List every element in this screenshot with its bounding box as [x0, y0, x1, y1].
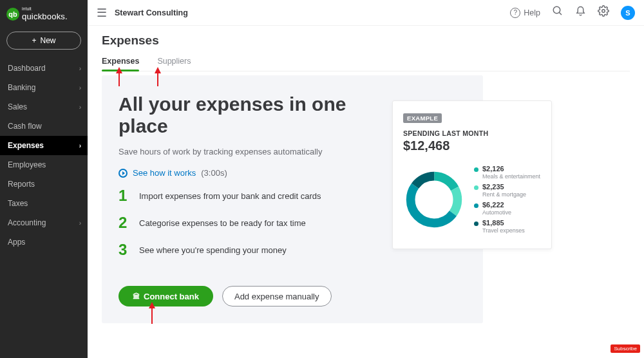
- sidebar-item-label: Sales: [8, 102, 27, 111]
- sidebar-item-banking[interactable]: Banking›: [0, 78, 88, 97]
- avatar[interactable]: S: [621, 6, 635, 20]
- legend-item: $2,235Rent & mortgage: [474, 183, 540, 198]
- hero-headline: All your expenses in one place: [118, 93, 350, 137]
- legend: $2,126Meals & entertainment$2,235Rent & …: [474, 162, 540, 237]
- legend-dot-icon: [474, 185, 478, 190]
- sidebar-item-label: Dashboard: [8, 64, 46, 73]
- sidebar-item-label: Employees: [8, 160, 46, 169]
- chevron-right-icon: ›: [79, 84, 81, 91]
- new-button[interactable]: + New: [6, 32, 81, 50]
- card-value: $12,468: [403, 138, 541, 153]
- sidebar-item-label: Banking: [8, 83, 35, 92]
- play-icon[interactable]: [118, 169, 128, 178]
- step-text: Import expenses from your bank and credi…: [139, 191, 321, 201]
- step-number: 2: [118, 214, 128, 232]
- annotation-arrow-icon: [118, 73, 120, 86]
- gear-icon[interactable]: [598, 5, 609, 20]
- legend-value: $6,222: [482, 201, 511, 209]
- help-icon: ?: [510, 8, 520, 18]
- sidebar-item-employees[interactable]: Employees: [0, 155, 88, 174]
- sidebar-item-sales[interactable]: Sales›: [0, 97, 88, 117]
- sidebar-item-dashboard[interactable]: Dashboard›: [0, 59, 88, 78]
- svg-line-1: [559, 12, 562, 15]
- page-title: Expenses: [102, 33, 630, 48]
- sidebar-item-expenses[interactable]: Expenses›: [0, 136, 88, 155]
- step-text: Categorise expenses to be ready for tax …: [139, 218, 306, 228]
- tabs: ExpensesSuppliers: [102, 57, 630, 71]
- donut-chart: [403, 169, 465, 231]
- legend-caption: Travel expenses: [482, 227, 525, 234]
- legend-value: $2,235: [482, 183, 526, 191]
- sidebar-item-label: Accounting: [8, 218, 46, 227]
- sidebar: qb intuit quickbooks. + New Dashboard›Ba…: [0, 0, 88, 358]
- annotation-arrow-icon: [149, 302, 155, 308]
- step-number: 3: [118, 241, 128, 259]
- sidebar-item-label: Reports: [8, 180, 35, 189]
- svg-point-0: [553, 6, 560, 14]
- annotation-arrow-icon: [155, 67, 161, 73]
- sidebar-item-label: Expenses: [8, 141, 44, 150]
- legend-value: $2,126: [482, 165, 540, 173]
- chevron-right-icon: ›: [79, 104, 81, 111]
- sidebar-item-cash-flow[interactable]: Cash flow: [0, 117, 88, 136]
- annotation-arrow-icon: [151, 308, 153, 324]
- legend-caption: Rent & mortgage: [482, 191, 526, 198]
- menu-icon[interactable]: ☰: [97, 6, 107, 20]
- connect-bank-button[interactable]: 🏛 Connect bank: [118, 286, 213, 306]
- chevron-right-icon: ›: [79, 65, 81, 72]
- qb-logo-icon: qb: [6, 8, 19, 21]
- add-expense-manually-button[interactable]: Add expense manually: [222, 286, 332, 306]
- logo: qb intuit quickbooks.: [0, 0, 88, 28]
- sidebar-item-label: Taxes: [8, 199, 28, 208]
- legend-item: $1,885Travel expenses: [474, 219, 540, 234]
- legend-dot-icon: [474, 203, 478, 208]
- step-number: 1: [118, 187, 128, 205]
- plus-icon: +: [32, 36, 36, 45]
- connect-bank-label: Connect bank: [144, 292, 199, 301]
- sidebar-item-accounting[interactable]: Accounting›: [0, 213, 88, 232]
- subscribe-button[interactable]: Subscribe: [611, 344, 640, 353]
- legend-caption: Meals & entertainment: [482, 173, 540, 180]
- help-button[interactable]: ? Help: [510, 8, 540, 18]
- video-duration: (3:00s): [201, 168, 227, 178]
- legend-value: $1,885: [482, 219, 525, 227]
- sidebar-item-reports[interactable]: Reports: [0, 174, 88, 194]
- help-label: Help: [524, 8, 540, 17]
- step-text: See where you're spending your money: [139, 245, 287, 255]
- brand-label: quickbooks.: [22, 12, 68, 21]
- chevron-right-icon: ›: [79, 142, 81, 149]
- tab-suppliers[interactable]: Suppliers: [157, 57, 191, 71]
- annotation-arrow-icon: [116, 67, 122, 73]
- sidebar-item-label: Cash flow: [8, 122, 42, 131]
- svg-point-2: [602, 10, 605, 13]
- sidebar-item-label: Apps: [8, 238, 25, 247]
- search-icon[interactable]: [552, 5, 564, 20]
- legend-item: $2,126Meals & entertainment: [474, 165, 540, 180]
- sidebar-nav: Dashboard›Banking›Sales›Cash flowExpense…: [0, 59, 88, 252]
- legend-dot-icon: [474, 167, 478, 172]
- company-name: Stewart Consulting: [115, 8, 188, 17]
- see-how-link[interactable]: See how it works: [133, 168, 196, 178]
- main-content: Expenses ExpensesSuppliers All your expe…: [88, 26, 644, 358]
- card-label: SPENDING LAST MONTH: [403, 129, 541, 137]
- sidebar-item-apps[interactable]: Apps: [0, 232, 88, 252]
- legend-item: $6,222Automotive: [474, 201, 540, 216]
- bell-icon[interactable]: [575, 6, 586, 20]
- chevron-right-icon: ›: [79, 220, 81, 227]
- bank-icon: 🏛: [133, 292, 140, 300]
- new-button-label: New: [41, 36, 56, 45]
- topbar: ☰ Stewart Consulting ? Help S: [88, 0, 644, 26]
- annotation-arrow-icon: [157, 73, 158, 86]
- brand-parent-label: intuit: [22, 6, 68, 11]
- example-badge: EXAMPLE: [403, 113, 442, 123]
- legend-dot-icon: [474, 221, 478, 226]
- legend-caption: Automotive: [482, 209, 511, 216]
- example-spending-card: EXAMPLE SPENDING LAST MONTH $12,468 $2,1…: [392, 100, 552, 249]
- sidebar-item-taxes[interactable]: Taxes: [0, 194, 88, 213]
